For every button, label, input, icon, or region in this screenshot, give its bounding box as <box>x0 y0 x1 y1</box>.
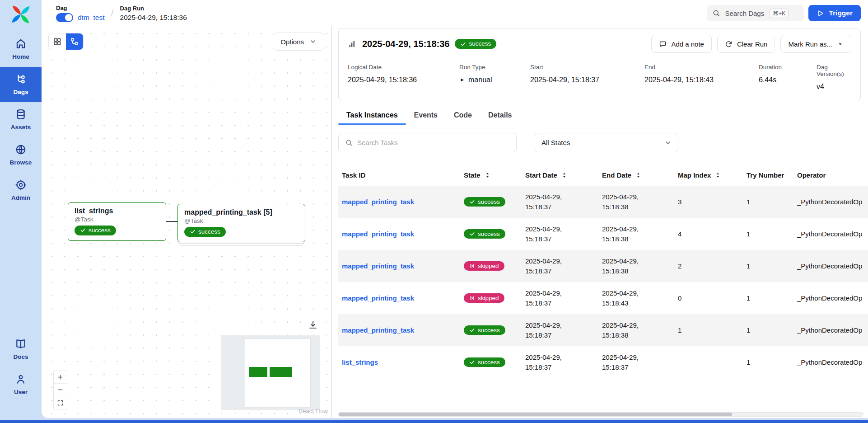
sidebar: HomeDagsAssetsBrowseAdmin DocsUser <box>0 0 42 423</box>
meta-label: Run Type <box>459 64 530 70</box>
admin-icon <box>15 179 27 191</box>
column-header-start-date: Start Date <box>525 171 602 179</box>
sort-icon[interactable] <box>714 172 721 179</box>
operator-value: _PythonDecoratedOp <box>797 294 868 302</box>
graph-minimap[interactable] <box>221 335 320 410</box>
map-index-value: 3 <box>678 198 681 206</box>
add-note-button[interactable]: Add a note <box>651 35 712 53</box>
try-number-value: 1 <box>747 198 750 206</box>
tab-details[interactable]: Details <box>480 108 520 125</box>
mark-run-as-button[interactable]: Mark Run as... <box>780 35 851 53</box>
state-filter-select[interactable]: All States <box>535 133 678 152</box>
refresh-icon <box>725 40 733 48</box>
sort-icon[interactable] <box>635 172 642 179</box>
meta-value: 2025-04-29, 15:18:36 <box>348 76 459 84</box>
node-state-badge: success <box>75 226 116 235</box>
grid-view-button[interactable] <box>49 33 66 50</box>
grid-icon <box>53 37 62 46</box>
minus-icon <box>57 386 64 393</box>
run-meta-start: Start2025-04-29, 15:18:37 <box>530 64 644 91</box>
operator-value: _PythonDecoratedOp <box>797 230 868 238</box>
sidebar-nav-bottom: DocsUser <box>0 332 42 402</box>
zoom-out-button[interactable] <box>54 384 67 396</box>
search-dags-placeholder: Search Dags <box>725 9 764 17</box>
state-badge: success <box>464 197 505 207</box>
task-link[interactable]: mapped_printing_task <box>342 262 414 270</box>
breadcrumb-dag-link[interactable]: dtm_test <box>78 14 104 22</box>
task-filters: Search Tasks All States <box>338 133 868 152</box>
node-subtitle: @Task <box>184 217 299 224</box>
content-split: Options list_strings @Task success mappe… <box>42 26 868 418</box>
run-meta-end: End2025-04-29, 15:18:43 <box>644 64 759 91</box>
clear-run-button[interactable]: Clear Run <box>717 35 775 53</box>
run-meta-duration: Duration6.44s <box>759 64 817 91</box>
tab-events[interactable]: Events <box>406 108 446 125</box>
run-meta-run-type: Run Typemanual <box>459 64 530 91</box>
breadcrumb: Dag dtm_test / Dag Run 2025-04-29, 15:18… <box>56 5 187 22</box>
sort-icon[interactable] <box>561 172 568 179</box>
check-icon <box>469 231 475 237</box>
airflow-logo-icon[interactable] <box>10 4 32 25</box>
search-tasks-placeholder: Search Tasks <box>357 139 398 146</box>
task-link[interactable]: list_strings <box>342 358 378 366</box>
operator-value: _PythonDecoratedOp <box>797 262 868 270</box>
run-detail-panel: 2025-04-29, 15:18:36 success Add a note <box>332 26 868 418</box>
sidebar-item-label: Admin <box>11 194 30 201</box>
breadcrumb-separator: / <box>111 7 113 19</box>
sidebar-item-admin[interactable]: Admin <box>0 173 42 208</box>
download-graph-button[interactable] <box>308 320 318 330</box>
task-link[interactable]: mapped_printing_task <box>342 294 414 302</box>
sidebar-nav-top: HomeDagsAssetsBrowseAdmin <box>0 32 42 208</box>
task-link[interactable]: mapped_printing_task <box>342 326 414 334</box>
sidebar-item-label: Dags <box>13 89 28 95</box>
sidebar-item-assets[interactable]: Assets <box>0 102 42 137</box>
dag-pause-toggle[interactable] <box>56 13 73 22</box>
search-dags-input[interactable]: Search Dags ⌘+K <box>707 5 804 21</box>
graph-view-button[interactable] <box>66 33 83 50</box>
run-summary-card: 2025-04-29, 15:18:36 success Add a note <box>338 28 861 101</box>
sidebar-item-docs[interactable]: Docs <box>0 332 42 367</box>
check-icon <box>80 227 86 233</box>
sidebar-item-home[interactable]: Home <box>0 32 42 67</box>
trigger-button[interactable]: Trigger <box>808 5 861 21</box>
task-link[interactable]: mapped_printing_task <box>342 198 414 206</box>
options-button[interactable]: Options <box>273 33 324 51</box>
task-node-list-strings[interactable]: list_strings @Task success <box>68 202 166 241</box>
task-link[interactable]: mapped_printing_task <box>342 230 414 238</box>
task-node-mapped-printing-task[interactable]: mapped_printing_task [5] @Task success <box>177 204 305 242</box>
app-root: HomeDagsAssetsBrowseAdmin DocsUser Dag d… <box>0 0 868 423</box>
table-row: mapped_printing_tasksuccess2025-04-29,15… <box>338 186 868 218</box>
check-icon <box>469 359 475 365</box>
horizontal-scrollbar[interactable] <box>338 412 863 417</box>
table-row: mapped_printing_tasksuccess2025-04-29,15… <box>338 218 868 250</box>
column-header-state: State <box>464 171 525 179</box>
sidebar-item-user[interactable]: User <box>0 367 42 402</box>
sort-icon[interactable] <box>484 172 491 179</box>
toggle-knob <box>65 14 72 21</box>
zoom-in-button[interactable] <box>54 371 67 384</box>
column-header-map-index: Map Index <box>678 171 747 179</box>
caret-down-icon <box>837 41 844 47</box>
sidebar-item-browse[interactable]: Browse <box>0 137 42 173</box>
sidebar-item-dags[interactable]: Dags <box>0 67 42 102</box>
chevron-down-icon <box>664 139 672 146</box>
meta-label: Dag Version(s) <box>817 64 851 77</box>
run-actions: Add a note Clear Run Mark Run as... <box>651 35 851 53</box>
meta-label: Start <box>530 64 644 70</box>
fit-view-button[interactable] <box>54 396 67 409</box>
tab-task-instances[interactable]: Task Instances <box>338 108 406 125</box>
sidebar-item-label: Home <box>12 53 29 60</box>
tab-code[interactable]: Code <box>446 108 480 125</box>
note-icon <box>659 40 667 48</box>
try-number-value: 1 <box>747 262 750 270</box>
node-title: mapped_printing_task [5] <box>184 208 299 216</box>
skip-icon <box>469 263 475 269</box>
sidebar-item-label: User <box>14 389 28 395</box>
scrollbar-thumb[interactable] <box>339 413 732 416</box>
search-tasks-input[interactable]: Search Tasks <box>338 133 517 152</box>
column-header-operator: Operator <box>797 171 868 179</box>
check-icon <box>460 41 466 47</box>
dags-icon <box>15 73 27 85</box>
download-icon <box>308 320 318 330</box>
home-icon <box>15 38 27 50</box>
